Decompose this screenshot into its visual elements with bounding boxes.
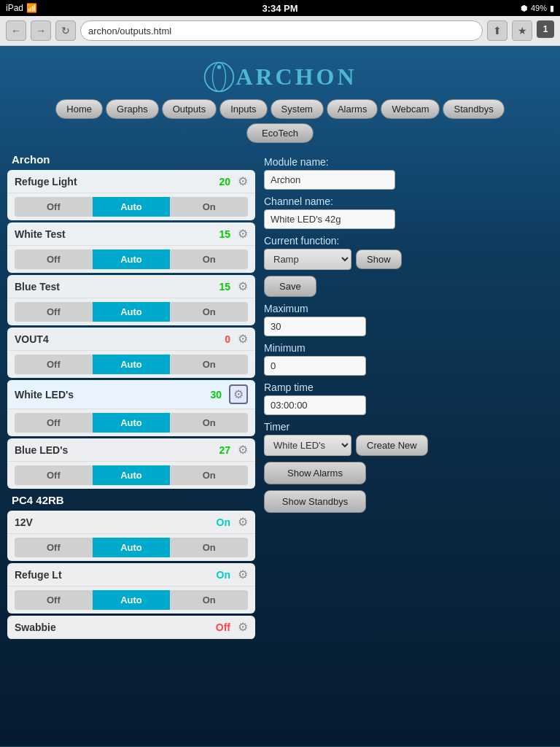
gear-icon-white-test[interactable]: ⚙ [238, 227, 248, 241]
nav-graphs[interactable]: Graphs [106, 99, 159, 119]
logo-area: ARCHON [7, 53, 553, 99]
btn-off-blue-leds[interactable]: Off [15, 465, 93, 485]
gear-icon-white-leds[interactable]: ⚙ [229, 384, 248, 404]
device-blue-leds-row: Blue LED's 27 ⚙ [7, 438, 255, 462]
create-new-button[interactable]: Create New [356, 435, 428, 456]
btn-on-white-test[interactable]: On [170, 249, 248, 269]
btn-on-blue-test[interactable]: On [170, 302, 248, 322]
device-value-refuge-light: 20 [219, 176, 230, 187]
bluetooth-icon: ⬢ [521, 4, 528, 13]
btn-on-refuge-lt[interactable]: On [170, 590, 248, 610]
device-name-blue-test: Blue Test [15, 281, 219, 293]
nav-home[interactable]: Home [55, 99, 103, 119]
device-white-leds-row: White LED's 30 ⚙ [7, 380, 255, 409]
device-name-swabbie: Swabbie [15, 622, 216, 633]
device-swabbie-row: Swabbie Off ⚙ [7, 616, 255, 639]
device-vout4: VOUT4 0 ⚙ Off Auto On [7, 328, 255, 378]
nav-outputs[interactable]: Outputs [162, 99, 217, 119]
ocean-background: ARCHON Home Graphs Outputs Inputs System… [0, 46, 560, 746]
gear-icon-12v[interactable]: ⚙ [238, 515, 248, 529]
status-bar: iPad 📶 3:34 PM ⬢ 49% ▮ [0, 0, 560, 16]
btn-off-refuge-light[interactable]: Off [15, 197, 93, 217]
ramp-time-input[interactable] [264, 395, 366, 415]
back-button[interactable]: ← [6, 20, 26, 41]
module-form: Module name: Channel name: Current funct… [264, 156, 553, 513]
status-right: ⬢ 49% ▮ [521, 4, 554, 13]
device-name-label: iPad [6, 3, 23, 13]
show-function-button[interactable]: Show [356, 249, 402, 269]
minimum-label: Minimum [264, 342, 553, 354]
device-refuge-light: Refuge Light 20 ⚙ Off Auto On [7, 170, 255, 220]
device-name-white-leds: White LED's [15, 389, 210, 400]
btn-on-white-leds[interactable]: On [170, 413, 248, 433]
btn-off-refuge-lt[interactable]: Off [15, 590, 93, 610]
btn-off-12v[interactable]: Off [15, 538, 93, 557]
nav-standbys[interactable]: Standbys [443, 99, 504, 119]
control-blue-leds: Off Auto On [7, 462, 255, 489]
gear-icon-swabbie[interactable]: ⚙ [238, 620, 248, 634]
tab-count[interactable]: 1 [537, 20, 554, 38]
bookmark-button[interactable]: ★ [512, 20, 532, 41]
gear-icon-blue-test[interactable]: ⚙ [238, 279, 248, 293]
btn-on-blue-leds[interactable]: On [170, 465, 248, 485]
status-left: iPad 📶 [6, 3, 37, 13]
nav-inputs[interactable]: Inputs [219, 99, 267, 119]
btn-auto-blue-leds[interactable]: Auto [93, 465, 171, 485]
device-name-blue-leds: Blue LED's [15, 444, 219, 456]
btn-auto-refuge-lt[interactable]: Auto [93, 590, 171, 610]
control-vout4: Off Auto On [7, 351, 255, 378]
channel-name-input[interactable] [264, 209, 395, 229]
gear-icon-blue-leds[interactable]: ⚙ [238, 443, 248, 457]
btn-on-12v[interactable]: On [170, 538, 248, 557]
btn-auto-12v[interactable]: Auto [93, 538, 171, 557]
btn-auto-white-test[interactable]: Auto [93, 249, 171, 269]
btn-auto-blue-test[interactable]: Auto [93, 302, 171, 322]
gear-icon-refuge-lt[interactable]: ⚙ [238, 568, 248, 581]
btn-auto-vout4[interactable]: Auto [93, 355, 171, 374]
nav-system[interactable]: System [271, 99, 324, 119]
gear-icon-vout4[interactable]: ⚙ [238, 332, 248, 346]
nav-alarms[interactable]: Alarms [327, 99, 378, 119]
btn-on-refuge-light[interactable]: On [170, 197, 248, 217]
device-name-vout4: VOUT4 [15, 333, 225, 345]
reload-button[interactable]: ↻ [55, 20, 76, 41]
btn-on-vout4[interactable]: On [170, 355, 248, 374]
wifi-icon: 📶 [26, 3, 37, 13]
module-name-input[interactable] [264, 170, 395, 190]
forward-button[interactable]: → [31, 20, 51, 41]
btn-off-blue-test[interactable]: Off [15, 302, 93, 322]
btn-auto-refuge-light[interactable]: Auto [93, 197, 171, 217]
device-blue-leds: Blue LED's 27 ⚙ Off Auto On [7, 438, 255, 489]
maximum-input[interactable] [264, 317, 366, 336]
current-function-row: Ramp On/Off Fixed Show [264, 249, 553, 270]
show-standbys-button[interactable]: Show Standbys [264, 490, 366, 513]
show-alarms-button[interactable]: Show Alarms [264, 462, 366, 484]
btn-auto-white-leds[interactable]: Auto [93, 413, 171, 433]
device-value-white-test: 15 [219, 228, 230, 240]
save-button[interactable]: Save [264, 276, 316, 297]
device-value-12v: On [217, 516, 230, 528]
gear-icon-refuge-light[interactable]: ⚙ [238, 174, 248, 188]
share-button[interactable]: ⬆ [487, 20, 508, 41]
timer-label: Timer [264, 421, 553, 433]
battery-icon: ▮ [550, 4, 554, 13]
main-nav: Home Graphs Outputs Inputs System Alarms… [7, 99, 553, 119]
nav-ecotech[interactable]: EcoTech [246, 123, 314, 143]
section-pc4-header: PC4 42RB [7, 491, 255, 509]
device-value-swabbie: Off [216, 622, 230, 633]
nav-webcam[interactable]: Webcam [381, 99, 440, 119]
btn-off-white-test[interactable]: Off [15, 249, 93, 269]
device-refuge-lt-row: Refuge Lt On ⚙ [7, 563, 255, 587]
minimum-input[interactable] [264, 356, 366, 376]
url-bar[interactable]: archon/outputs.html [80, 20, 483, 41]
control-refuge-light: Off Auto On [7, 193, 255, 220]
timer-row: White LED's Blue LED's White Test Create… [264, 435, 553, 456]
right-panel: Module name: Channel name: Current funct… [264, 150, 553, 519]
ramp-time-label: Ramp time [264, 382, 553, 393]
current-function-select[interactable]: Ramp On/Off Fixed [264, 249, 351, 270]
timer-select[interactable]: White LED's Blue LED's White Test [264, 435, 351, 456]
btn-off-white-leds[interactable]: Off [15, 413, 93, 433]
device-name-12v: 12V [15, 516, 217, 528]
btn-off-vout4[interactable]: Off [15, 355, 93, 374]
svg-point-2 [217, 65, 221, 69]
